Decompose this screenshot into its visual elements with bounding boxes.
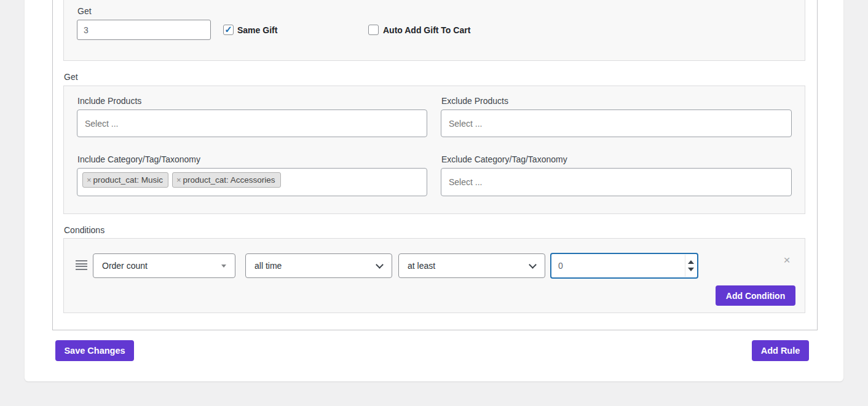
exclude-taxonomy-placeholder: Select ... [449, 177, 482, 187]
remove-tag-icon[interactable]: × [87, 176, 92, 184]
save-changes-button[interactable]: Save Changes [55, 340, 134, 361]
get-products-section: Include Products Select ... Exclude Prod… [63, 86, 805, 214]
page: Get ✓ Same Gift Auto Add Gift To Cart Ge… [0, 0, 868, 406]
add-condition-button[interactable]: Add Condition [716, 285, 795, 306]
taxonomy-tag-label: product_cat: Accessories [183, 175, 275, 185]
dropdown-arrow-icon [221, 265, 226, 268]
add-rule-button[interactable]: Add Rule [752, 340, 809, 361]
get-quantity-label: Get [77, 6, 92, 16]
chevron-down-icon [376, 261, 384, 269]
settings-card: Get ✓ Same Gift Auto Add Gift To Cart Ge… [25, 0, 843, 381]
taxonomy-tag[interactable]: × product_cat: Music [82, 172, 168, 188]
taxonomy-tag[interactable]: × product_cat: Accessories [172, 172, 281, 188]
condition-timeframe-select[interactable]: all time [245, 253, 392, 278]
remove-tag-icon[interactable]: × [176, 176, 181, 184]
condition-type-value: Order count [102, 261, 148, 271]
rule-container: Get ✓ Same Gift Auto Add Gift To Cart Ge… [52, 0, 818, 330]
conditions-label: Conditions [64, 225, 105, 235]
include-taxonomy-select[interactable]: × product_cat: Music × product_cat: Acce… [77, 168, 427, 196]
drag-handle-icon[interactable] [76, 260, 87, 270]
auto-add-gift-checkbox[interactable] [368, 25, 379, 35]
get-quantity-input[interactable] [77, 20, 211, 40]
condition-timeframe-value: all time [254, 261, 282, 271]
include-products-label: Include Products [77, 96, 141, 106]
same-gift-label: Same Gift [237, 25, 277, 35]
condition-amount-input[interactable] [550, 253, 698, 279]
exclude-products-select[interactable]: Select ... [441, 109, 792, 137]
gift-quantity-section: Get ✓ Same Gift Auto Add Gift To Cart [63, 0, 805, 61]
exclude-products-label: Exclude Products [441, 96, 508, 106]
include-products-select[interactable]: Select ... [77, 109, 427, 137]
taxonomy-tag-label: product_cat: Music [93, 175, 163, 185]
exclude-products-placeholder: Select ... [449, 119, 482, 129]
auto-add-gift-label: Auto Add Gift To Cart [383, 25, 470, 35]
remove-condition-icon[interactable]: × [780, 253, 794, 267]
number-spinner[interactable] [685, 255, 696, 277]
check-icon: ✓ [224, 25, 232, 34]
spinner-down-icon[interactable] [688, 268, 694, 271]
exclude-taxonomy-label: Exclude Category/Tag/Taxonomy [441, 154, 567, 164]
condition-type-select[interactable]: Order count [93, 253, 235, 278]
condition-operator-value: at least [408, 261, 435, 271]
same-gift-checkbox[interactable]: ✓ [223, 25, 234, 35]
condition-operator-select[interactable]: at least [398, 253, 545, 278]
spinner-up-icon[interactable] [688, 260, 694, 264]
include-products-placeholder: Select ... [85, 119, 118, 129]
include-taxonomy-label: Include Category/Tag/Taxonomy [77, 154, 200, 164]
conditions-section: Order count all time at least [63, 238, 805, 313]
exclude-taxonomy-select[interactable]: Select ... [441, 168, 792, 196]
chevron-down-icon [529, 261, 537, 269]
condition-amount-field [550, 253, 698, 279]
get-section-label: Get [64, 72, 78, 82]
